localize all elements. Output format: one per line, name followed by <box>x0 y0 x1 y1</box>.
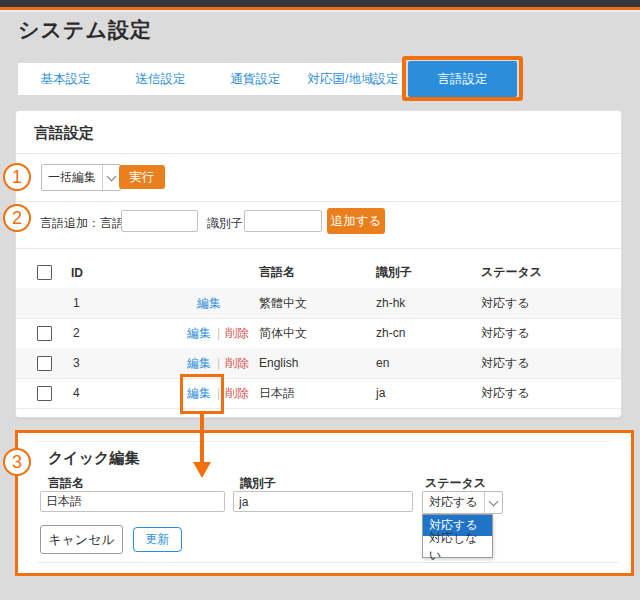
tab-send[interactable]: 送信設定 <box>113 63 209 95</box>
tab-region[interactable]: 対応国/地域設定 <box>303 63 403 95</box>
row-status: 対応する <box>481 378 530 408</box>
status-dropdown-list: 対応する 対応しない <box>422 514 493 558</box>
divider <box>16 201 621 202</box>
chevron-down-icon <box>484 492 502 513</box>
separator: | <box>217 378 220 408</box>
row-language-name: 简体中文 <box>259 318 307 348</box>
bulk-edit-select[interactable]: 一括編集 <box>41 164 121 191</box>
divider <box>36 441 611 442</box>
delete-link[interactable]: 削除 <box>225 378 249 408</box>
col-header-status: ステータス <box>481 257 542 288</box>
edit-link[interactable]: 編集 <box>187 348 211 378</box>
row-status: 対応する <box>481 318 530 348</box>
col-header-identifier: 識別子 <box>376 257 412 288</box>
cancel-button[interactable]: キャンセル <box>40 525 123 554</box>
row-checkbox[interactable] <box>37 356 52 371</box>
delete-link[interactable]: 削除 <box>225 318 249 348</box>
separator: | <box>217 318 220 348</box>
row-identifier: en <box>376 348 389 378</box>
tab-currency[interactable]: 通貨設定 <box>208 63 304 95</box>
quick-name-label: 言語名 <box>48 475 84 492</box>
row-identifier: zh-cn <box>376 318 405 348</box>
page-title: システム設定 <box>18 16 152 44</box>
quick-identifier-label: 識別子 <box>240 475 276 492</box>
table-row: 4 編集 | 削除 日本語 ja 対応する <box>16 378 621 409</box>
col-header-name: 言語名 <box>259 257 295 288</box>
add-identifier-label: 識別子: <box>207 215 246 232</box>
quick-edit-card: クイック編集 言語名 識別子 ステータス 対応する 対応する 対応しない キャン… <box>15 430 634 576</box>
row-id: 3 <box>73 348 80 378</box>
quick-edit-title: クイック編集 <box>48 449 139 468</box>
add-button[interactable]: 追加する <box>327 208 385 234</box>
language-settings-card: 言語設定 一括編集 実行 言語追加：言語名: 識別子: 追加する ID 言語名 … <box>15 110 622 418</box>
quick-status-select[interactable]: 対応する <box>422 491 503 514</box>
step-1-badge: 1 <box>3 163 31 191</box>
quick-name-input[interactable] <box>40 491 225 512</box>
row-identifier: zh-hk <box>376 288 405 318</box>
table-row: 3 編集 | 削除 English en 対応する <box>16 348 621 379</box>
add-identifier-input[interactable] <box>244 210 322 232</box>
row-status: 対応する <box>481 348 530 378</box>
tab-language-active[interactable]: 言語設定 <box>408 61 517 97</box>
quick-status-label: ステータス <box>425 475 486 492</box>
status-option[interactable]: 対応しない <box>423 536 492 557</box>
row-language-name: 繁體中文 <box>259 288 307 318</box>
row-status: 対応する <box>481 288 530 318</box>
execute-button[interactable]: 実行 <box>119 165 165 189</box>
chevron-down-icon <box>102 165 120 190</box>
quick-identifier-input[interactable] <box>233 491 413 512</box>
tab-basic[interactable]: 基本設定 <box>18 63 114 95</box>
divider <box>16 153 621 154</box>
bulk-edit-select-value: 一括編集 <box>42 165 102 190</box>
divider <box>38 562 618 563</box>
row-id: 4 <box>73 378 80 408</box>
edit-link[interactable]: 編集 <box>187 378 211 408</box>
row-id: 2 <box>73 318 80 348</box>
row-language-name: 日本語 <box>259 378 295 408</box>
card-title: 言語設定 <box>34 124 94 143</box>
row-identifier: ja <box>376 378 385 408</box>
update-button[interactable]: 更新 <box>133 527 182 552</box>
col-header-id: ID <box>71 257 83 288</box>
top-dark-bar <box>0 0 640 7</box>
quick-status-select-value: 対応する <box>423 492 484 513</box>
step-2-badge: 2 <box>3 204 31 232</box>
edit-link[interactable]: 編集 <box>197 288 221 318</box>
row-checkbox[interactable] <box>37 386 52 401</box>
row-checkbox[interactable] <box>37 326 52 341</box>
row-id: 1 <box>73 288 80 318</box>
step-3-badge: 3 <box>3 448 31 476</box>
table-header-row: ID 言語名 識別子 ステータス <box>16 257 621 289</box>
delete-link[interactable]: 削除 <box>225 348 249 378</box>
table-row: 1 編集 繁體中文 zh-hk 対応する <box>16 288 621 319</box>
edit-link[interactable]: 編集 <box>187 318 211 348</box>
divider <box>16 248 621 249</box>
separator: | <box>217 348 220 378</box>
top-light-stripe <box>0 10 640 12</box>
select-all-checkbox[interactable] <box>37 265 52 280</box>
row-language-name: English <box>259 348 298 378</box>
add-language-name-input[interactable] <box>121 210 198 232</box>
table-row: 2 編集 | 削除 简体中文 zh-cn 対応する <box>16 318 621 349</box>
